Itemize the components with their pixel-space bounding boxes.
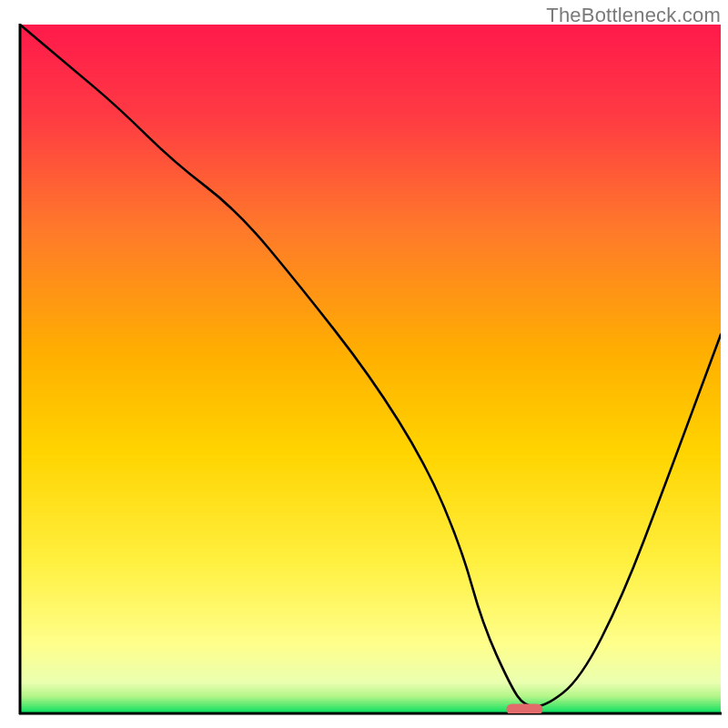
chart-container: TheBottleneck.com — [0, 0, 728, 728]
optimal-marker — [506, 703, 542, 714]
bottleneck-chart — [0, 0, 728, 728]
marker-layer — [506, 703, 542, 714]
watermark-text: TheBottleneck.com — [546, 4, 721, 27]
